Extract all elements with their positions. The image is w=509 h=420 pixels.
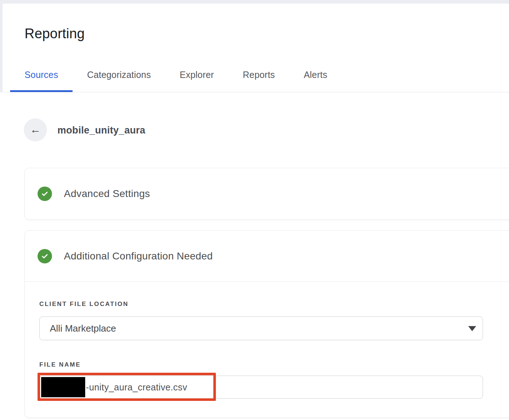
check-icon <box>38 187 52 201</box>
client-file-location-label: CLIENT FILE LOCATION <box>39 301 509 308</box>
reporting-tabs: Sources Categorizations Explorer Reports… <box>10 60 342 92</box>
redaction-block <box>41 377 85 397</box>
window-top-edge <box>0 0 509 4</box>
configuration-form: CLIENT FILE LOCATION Alli Marketplace FI… <box>25 301 509 399</box>
additional-configuration-card: Additional Configuration Needed CLIENT F… <box>25 230 509 418</box>
tab-categorizations[interactable]: Categorizations <box>73 60 165 92</box>
page-title: Reporting <box>25 26 85 41</box>
checkmark-glyph <box>41 190 49 198</box>
client-file-location-value: Alli Marketplace <box>50 323 116 334</box>
file-name-label: FILE NAME <box>39 361 509 368</box>
tab-sources[interactable]: Sources <box>10 60 73 92</box>
back-arrow-icon: ← <box>30 124 41 135</box>
tabbar-divider <box>3 92 509 92</box>
screen: Reporting Sources Categorizations Explor… <box>0 0 509 420</box>
tab-reports[interactable]: Reports <box>229 60 290 92</box>
section-title: Additional Configuration Needed <box>64 250 213 262</box>
checkmark-glyph <box>41 252 49 260</box>
check-icon <box>38 249 52 263</box>
reporting-panel: Reporting Sources Categorizations Explor… <box>3 4 509 420</box>
client-file-location-select[interactable]: Alli Marketplace <box>39 316 483 340</box>
section-title: Advanced Settings <box>64 188 150 200</box>
file-name-value: -unity_aura_creative.csv <box>86 382 187 393</box>
source-name-title: mobile_unity_aura <box>57 125 145 136</box>
back-button[interactable]: ← <box>24 118 47 141</box>
tab-alerts[interactable]: Alerts <box>289 60 341 92</box>
advanced-settings-card: Advanced Settings <box>25 168 509 220</box>
file-name-input[interactable]: -unity_aura_creative.csv <box>39 376 483 399</box>
additional-configuration-header[interactable]: Additional Configuration Needed <box>25 231 509 282</box>
chevron-down-icon <box>468 326 476 331</box>
window-left-edge <box>0 4 3 92</box>
tab-explorer[interactable]: Explorer <box>165 60 229 92</box>
advanced-settings-header[interactable]: Advanced Settings <box>25 168 509 219</box>
file-name-field-wrap: -unity_aura_creative.csv <box>39 376 483 399</box>
